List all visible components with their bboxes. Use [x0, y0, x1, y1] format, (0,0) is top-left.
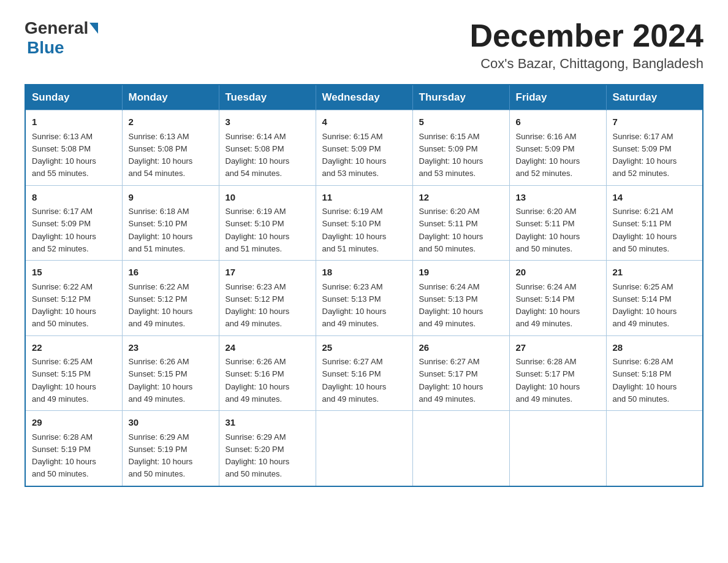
- day-info: Sunrise: 6:22 AMSunset: 5:12 PMDaylight:…: [129, 282, 193, 329]
- logo-arrow-icon: [89, 23, 98, 34]
- day-number: 15: [32, 266, 116, 280]
- day-number: 21: [613, 266, 697, 280]
- day-info: Sunrise: 6:23 AMSunset: 5:13 PMDaylight:…: [322, 282, 387, 329]
- day-number: 27: [516, 341, 600, 355]
- calendar-day-cell: 1 Sunrise: 6:13 AMSunset: 5:08 PMDayligh…: [25, 110, 122, 186]
- day-info: Sunrise: 6:28 AMSunset: 5:18 PMDaylight:…: [613, 357, 677, 404]
- day-number: 20: [516, 266, 600, 280]
- calendar-table: SundayMondayTuesdayWednesdayThursdayFrid…: [25, 84, 703, 487]
- day-info: Sunrise: 6:24 AMSunset: 5:13 PMDaylight:…: [419, 282, 483, 329]
- calendar-day-cell: 10 Sunrise: 6:19 AMSunset: 5:10 PMDaylig…: [219, 185, 316, 261]
- calendar-week-row: 8 Sunrise: 6:17 AMSunset: 5:09 PMDayligh…: [25, 185, 703, 261]
- day-number: 12: [419, 191, 503, 205]
- month-title: December 2024: [469, 18, 703, 53]
- calendar-day-cell: 4 Sunrise: 6:15 AMSunset: 5:09 PMDayligh…: [316, 110, 412, 186]
- day-info: Sunrise: 6:15 AMSunset: 5:09 PMDaylight:…: [322, 132, 387, 178]
- calendar-header-row: SundayMondayTuesdayWednesdayThursdayFrid…: [25, 85, 703, 110]
- day-info: Sunrise: 6:22 AMSunset: 5:12 PMDaylight:…: [32, 282, 96, 329]
- day-number: 19: [419, 266, 503, 280]
- calendar-week-row: 29 Sunrise: 6:28 AMSunset: 5:19 PMDaylig…: [25, 411, 703, 486]
- day-number: 26: [419, 341, 503, 355]
- day-number: 2: [129, 115, 213, 129]
- day-number: 22: [32, 341, 116, 355]
- calendar-day-cell: 29 Sunrise: 6:28 AMSunset: 5:19 PMDaylig…: [25, 411, 122, 486]
- calendar-week-row: 15 Sunrise: 6:22 AMSunset: 5:12 PMDaylig…: [25, 261, 703, 336]
- calendar-day-cell: 3 Sunrise: 6:14 AMSunset: 5:08 PMDayligh…: [219, 110, 316, 186]
- calendar-day-cell: 26 Sunrise: 6:27 AMSunset: 5:17 PMDaylig…: [412, 335, 509, 411]
- calendar-day-cell: 13 Sunrise: 6:20 AMSunset: 5:11 PMDaylig…: [509, 185, 606, 261]
- day-number: 13: [516, 191, 600, 205]
- day-info: Sunrise: 6:28 AMSunset: 5:17 PMDaylight:…: [516, 357, 580, 404]
- calendar-day-cell: 25 Sunrise: 6:27 AMSunset: 5:16 PMDaylig…: [316, 335, 412, 411]
- day-info: Sunrise: 6:27 AMSunset: 5:16 PMDaylight:…: [322, 357, 387, 404]
- calendar-day-cell: 17 Sunrise: 6:23 AMSunset: 5:12 PMDaylig…: [219, 261, 316, 336]
- day-info: Sunrise: 6:20 AMSunset: 5:11 PMDaylight:…: [419, 207, 483, 253]
- day-info: Sunrise: 6:29 AMSunset: 5:19 PMDaylight:…: [129, 432, 193, 479]
- day-number: 1: [32, 115, 116, 129]
- day-info: Sunrise: 6:25 AMSunset: 5:14 PMDaylight:…: [613, 282, 677, 329]
- calendar-day-cell: 6 Sunrise: 6:16 AMSunset: 5:09 PMDayligh…: [509, 110, 606, 186]
- day-number: 30: [129, 416, 213, 430]
- calendar-day-cell: 23 Sunrise: 6:26 AMSunset: 5:15 PMDaylig…: [122, 335, 219, 411]
- calendar-week-row: 1 Sunrise: 6:13 AMSunset: 5:08 PMDayligh…: [25, 110, 703, 186]
- calendar-day-cell: 18 Sunrise: 6:23 AMSunset: 5:13 PMDaylig…: [316, 261, 412, 336]
- day-info: Sunrise: 6:20 AMSunset: 5:11 PMDaylight:…: [516, 207, 580, 253]
- day-info: Sunrise: 6:21 AMSunset: 5:11 PMDaylight:…: [613, 207, 677, 253]
- day-info: Sunrise: 6:17 AMSunset: 5:09 PMDaylight:…: [613, 132, 677, 178]
- day-number: 5: [419, 115, 503, 129]
- calendar-day-cell: [316, 411, 412, 486]
- day-number: 18: [322, 266, 406, 280]
- calendar-day-cell: 2 Sunrise: 6:13 AMSunset: 5:08 PMDayligh…: [122, 110, 219, 186]
- page-header: General Blue December 2024 Cox's Bazar, …: [25, 18, 703, 72]
- day-number: 24: [226, 341, 309, 355]
- day-info: Sunrise: 6:19 AMSunset: 5:10 PMDaylight:…: [226, 207, 290, 253]
- day-number: 10: [226, 191, 309, 205]
- day-info: Sunrise: 6:29 AMSunset: 5:20 PMDaylight:…: [226, 432, 290, 479]
- weekday-header-monday: Monday: [122, 85, 219, 110]
- weekday-header-friday: Friday: [509, 85, 606, 110]
- day-info: Sunrise: 6:27 AMSunset: 5:17 PMDaylight:…: [419, 357, 483, 404]
- weekday-header-saturday: Saturday: [606, 85, 703, 110]
- location-subtitle: Cox's Bazar, Chittagong, Bangladesh: [469, 56, 703, 72]
- weekday-header-sunday: Sunday: [25, 85, 122, 110]
- calendar-week-row: 22 Sunrise: 6:25 AMSunset: 5:15 PMDaylig…: [25, 335, 703, 411]
- calendar-day-cell: 20 Sunrise: 6:24 AMSunset: 5:14 PMDaylig…: [509, 261, 606, 336]
- day-number: 17: [226, 266, 309, 280]
- calendar-day-cell: 19 Sunrise: 6:24 AMSunset: 5:13 PMDaylig…: [412, 261, 509, 336]
- weekday-header-tuesday: Tuesday: [219, 85, 316, 110]
- weekday-header-thursday: Thursday: [412, 85, 509, 110]
- day-number: 28: [613, 341, 697, 355]
- calendar-day-cell: 22 Sunrise: 6:25 AMSunset: 5:15 PMDaylig…: [25, 335, 122, 411]
- day-number: 25: [322, 341, 406, 355]
- calendar-day-cell: [509, 411, 606, 486]
- day-info: Sunrise: 6:26 AMSunset: 5:16 PMDaylight:…: [226, 357, 290, 404]
- calendar-day-cell: 27 Sunrise: 6:28 AMSunset: 5:17 PMDaylig…: [509, 335, 606, 411]
- calendar-day-cell: 21 Sunrise: 6:25 AMSunset: 5:14 PMDaylig…: [606, 261, 703, 336]
- day-info: Sunrise: 6:23 AMSunset: 5:12 PMDaylight:…: [226, 282, 290, 329]
- day-number: 14: [613, 191, 697, 205]
- calendar-day-cell: 9 Sunrise: 6:18 AMSunset: 5:10 PMDayligh…: [122, 185, 219, 261]
- day-number: 6: [516, 115, 600, 129]
- day-number: 23: [129, 341, 213, 355]
- day-info: Sunrise: 6:18 AMSunset: 5:10 PMDaylight:…: [129, 207, 193, 253]
- day-info: Sunrise: 6:25 AMSunset: 5:15 PMDaylight:…: [32, 357, 96, 404]
- day-info: Sunrise: 6:28 AMSunset: 5:19 PMDaylight:…: [32, 432, 96, 479]
- day-number: 16: [129, 266, 213, 280]
- day-number: 8: [32, 191, 116, 205]
- day-info: Sunrise: 6:15 AMSunset: 5:09 PMDaylight:…: [419, 132, 483, 178]
- day-number: 31: [226, 416, 309, 430]
- calendar-day-cell: 14 Sunrise: 6:21 AMSunset: 5:11 PMDaylig…: [606, 185, 703, 261]
- logo-blue-text: Blue: [27, 38, 64, 57]
- calendar-day-cell: 24 Sunrise: 6:26 AMSunset: 5:16 PMDaylig…: [219, 335, 316, 411]
- weekday-header-wednesday: Wednesday: [316, 85, 412, 110]
- calendar-day-cell: 31 Sunrise: 6:29 AMSunset: 5:20 PMDaylig…: [219, 411, 316, 486]
- day-number: 29: [32, 416, 116, 430]
- calendar-day-cell: [606, 411, 703, 486]
- day-info: Sunrise: 6:14 AMSunset: 5:08 PMDaylight:…: [226, 132, 290, 178]
- day-number: 7: [613, 115, 697, 129]
- day-number: 3: [226, 115, 309, 129]
- calendar-day-cell: 16 Sunrise: 6:22 AMSunset: 5:12 PMDaylig…: [122, 261, 219, 336]
- calendar-day-cell: [412, 411, 509, 486]
- day-number: 9: [129, 191, 213, 205]
- day-info: Sunrise: 6:16 AMSunset: 5:09 PMDaylight:…: [516, 132, 580, 178]
